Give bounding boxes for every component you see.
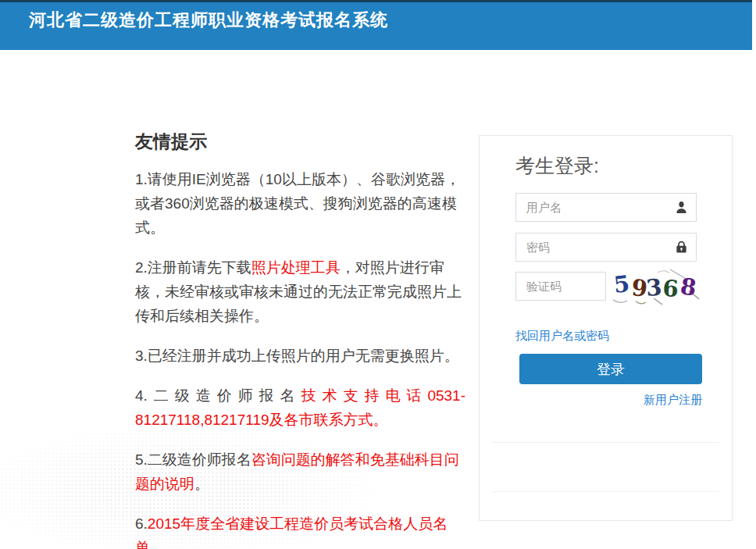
tip-item: 5.二级造价师报名咨询问题的解答和免基础科目问题的说明。	[135, 447, 465, 496]
captcha-field-wrap	[515, 272, 606, 301]
tip-link[interactable]: 照片处理工具	[251, 259, 341, 276]
friendly-tips-section: 友情提示 1.请使用IE浏览器（10以上版本）、谷歌浏览器，或者360浏览器的极…	[135, 130, 465, 549]
app-header: 河北省二级造价工程师职业资格考试报名系统	[0, 0, 752, 50]
tip-text: 1.请使用IE浏览器（10以上版本）、谷歌浏览器，或者360浏览器的极速模式、搜…	[135, 171, 460, 236]
svg-text:5: 5	[612, 270, 631, 298]
tip-text: 5.二级造价师报名	[135, 451, 251, 468]
tip-text: 4.二级造价师报名	[135, 387, 301, 404]
password-field-wrap	[515, 233, 697, 262]
user-icon	[673, 199, 690, 216]
register-link[interactable]: 新用户注册	[644, 393, 702, 406]
username-input[interactable]	[515, 193, 697, 222]
login-button[interactable]: 登录	[519, 354, 702, 384]
captcha-image[interactable]: 59368	[611, 267, 701, 306]
tip-item: 4.二级造价师报名技术支持电话0531-81217118,81217119及各市…	[135, 383, 465, 432]
forgot-password-link[interactable]: 找回用户名或密码	[515, 329, 609, 344]
page-title: 河北省二级造价工程师职业资格考试报名系统	[29, 9, 752, 32]
tip-text: 3.已经注册并成功上传照片的用户无需更换照片。	[135, 348, 459, 364]
divider	[493, 491, 719, 492]
captcha-input[interactable]	[515, 272, 606, 301]
tip-text: 。	[150, 540, 165, 549]
tip-item: 3.已经注册并成功上传照片的用户无需更换照片。	[135, 344, 465, 368]
lock-icon	[673, 239, 690, 255]
svg-text:3: 3	[645, 274, 663, 301]
username-field-wrap	[515, 193, 697, 222]
tips-list: 1.请使用IE浏览器（10以上版本）、谷歌浏览器，或者360浏览器的极速模式、搜…	[135, 167, 465, 549]
tip-link[interactable]: 。	[373, 412, 388, 428]
tips-heading: 友情提示	[135, 130, 465, 154]
svg-text:6: 6	[662, 275, 679, 302]
tip-item: 1.请使用IE浏览器（10以上版本）、谷歌浏览器，或者360浏览器的极速模式、搜…	[135, 167, 465, 240]
login-title: 考生登录:	[515, 153, 599, 179]
tip-text: 。	[194, 476, 209, 492]
tip-text: 2.注册前请先下载	[135, 259, 251, 276]
tip-link[interactable]: 2015年度全省建设工程造价员考试合格人员名单	[135, 515, 448, 549]
password-input[interactable]	[515, 233, 697, 262]
login-panel: 考生登录: 59368 找回用户名或密码 登录 新用户注册	[479, 135, 733, 521]
svg-text:8: 8	[679, 273, 698, 301]
captcha-digits: 59368	[612, 270, 698, 302]
tip-item: 6.2015年度全省建设工程造价员考试合格人员名单。	[135, 512, 465, 549]
tip-item: 2.注册前请先下载照片处理工具，对照片进行审核，未经审核或审核未通过的无法正常完…	[135, 255, 465, 328]
register-row: 新用户注册	[519, 393, 702, 408]
divider	[493, 442, 719, 443]
tip-text: 6.	[135, 515, 148, 532]
